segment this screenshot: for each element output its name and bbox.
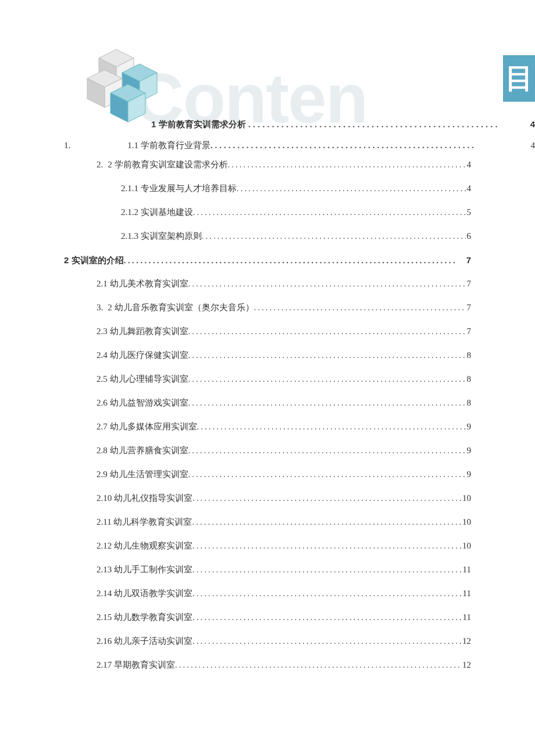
toc-page: 10 [461,490,471,506]
toc-leader: ........................................… [211,138,527,153]
toc-title: 2 幼儿音乐教育实训室（奥尔夫音乐） [108,300,254,316]
toc-entry: 2. 2 学前教育实训室建设需求分析 .....................… [97,157,471,173]
toc-entry: 2.9 幼儿生活管理实训室 ..........................… [97,467,471,482]
toc-leader: ........................................… [254,300,466,316]
toc-page: 8 [466,371,472,387]
toc-entry: 2.17 早期教育实训室 ...........................… [97,657,471,673]
toc-leader: ........................................… [188,347,466,363]
toc-title: 2.5 幼儿心理辅导实训室 [97,371,188,387]
toc-title: 2.8 幼儿营养膳食实训室 [97,443,188,458]
toc-leader: ........................................… [192,490,461,506]
toc-title: 2 实训室的介绍 [64,252,124,268]
toc-leader: ........................................… [248,116,527,132]
toc-leader: ........................................… [202,228,466,244]
toc-page: 4 [466,157,472,173]
toc-title: 2.16 幼儿亲子活动实训室 [97,633,192,649]
side-badge: 目 [503,55,535,102]
toc-entry: 2.1.3 实训室架构原则 ..........................… [121,228,471,244]
toc-page: 8 [466,347,472,363]
toc-leader: ........................................… [228,157,466,173]
toc-header-block: 1 学前教育实训需求分析 ...........................… [64,116,535,159]
toc-title: 1.1 学前教育行业背景 [127,138,211,153]
toc-page: 11 [462,586,471,601]
toc-entry: 1 学前教育实训需求分析 ...........................… [151,116,535,132]
toc-title: 2.9 幼儿生活管理实训室 [97,467,188,482]
toc-title: 2.6 幼儿益智游戏实训室 [97,395,188,411]
toc-prefix: 3. [97,300,103,316]
toc-prefix: 1. [64,138,70,153]
toc-title: 2.12 幼儿生物观察实训室 [97,538,192,554]
toc-page: 9 [466,419,472,435]
toc-page: 6 [466,228,472,244]
toc-page: 12 [461,633,471,649]
toc-entry: 2.6 幼儿益智游戏实训室 ..........................… [97,395,471,411]
toc-entry: 2.1 幼儿美术教育实训室 ..........................… [97,276,471,292]
toc-page: 4 [530,138,536,153]
toc-page: 7 [466,300,472,316]
toc-leader: ........................................… [175,657,461,673]
toc-entry: 2.12 幼儿生物观察实训室 .........................… [97,538,471,554]
toc-entry: 2.10 幼儿礼仪指导实训室 .........................… [97,490,471,506]
toc-page: 5 [466,205,472,220]
toc-entry: 1. 1.1 学前教育行业背景 ........................… [64,138,535,153]
toc-leader: ........................................… [192,562,462,578]
toc-title: 2.17 早期教育实训室 [97,657,175,673]
toc-entry: 2.16 幼儿亲子活动实训室 .........................… [97,633,471,649]
toc-entry: 2.13 幼儿手工制作实训室 .........................… [97,562,471,578]
toc-title: 2.15 幼儿数学教育实训室 [97,610,192,625]
toc-page: 11 [462,562,471,578]
toc-title: 2.1 幼儿美术教育实训室 [97,276,188,292]
toc-leader: ........................................… [192,514,461,530]
toc-entry: 2.3 幼儿舞蹈教育实训室 ..........................… [97,324,471,339]
toc-page: 4 [529,116,535,132]
toc-page: 7 [466,276,472,292]
toc-entry: 2.1.1 专业发展与人才培养目标 ......................… [121,181,471,196]
toc-leader: ........................................… [188,276,466,292]
toc-leader: ........................................… [188,371,466,387]
toc-entry: 3. 2 幼儿音乐教育实训室（奥尔夫音乐） ..................… [97,300,471,316]
toc-prefix: 2. [97,157,103,173]
toc-title: 2.3 幼儿舞蹈教育实训室 [97,324,188,339]
toc-entry: 2 实训室的介绍 ...............................… [64,252,471,268]
toc-page: 4 [466,181,472,196]
toc-entry: 2.5 幼儿心理辅导实训室 ..........................… [97,371,471,387]
toc-leader: ........................................… [188,443,466,458]
toc-leader: ........................................… [197,419,466,435]
toc-entry: 2.14 幼儿双语教学实训室 .........................… [97,586,471,601]
toc-page: 12 [461,657,471,673]
toc-title: 2.13 幼儿手工制作实训室 [97,562,192,578]
toc-page: 11 [462,610,471,625]
toc-title: 2.1.3 实训室架构原则 [121,228,202,244]
toc-title: 1 学前教育实训需求分析 [151,116,246,132]
header-banner: Conten [58,41,535,128]
toc-leader: ........................................… [193,205,466,220]
toc-leader: ........................................… [237,181,466,196]
toc-entry: 2.7 幼儿多媒体应用实训室 .........................… [97,419,471,435]
toc-leader: ........................................… [188,467,466,482]
toc-title: 2.11 幼儿科学教育实训室 [97,514,192,530]
toc-page: 9 [466,467,472,482]
toc-leader: ........................................… [188,395,466,411]
toc-entry: 2.4 幼儿医疗保健实训室 ..........................… [97,347,471,363]
toc-title: 2.1.2 实训基地建设 [121,205,193,220]
toc-entry: 2.15 幼儿数学教育实训室 .........................… [97,610,471,625]
toc-page: 10 [461,514,471,530]
toc-title: 2.10 幼儿礼仪指导实训室 [97,490,192,506]
toc-title: 2.7 幼儿多媒体应用实训室 [97,419,197,435]
toc-leader: ........................................… [124,252,465,268]
toc-leader: ........................................… [192,538,461,554]
cubes-icon [58,41,186,122]
toc-leader: ........................................… [192,610,462,625]
toc-title: 2.4 幼儿医疗保健实训室 [97,347,188,363]
toc-page: 9 [466,443,472,458]
toc-title: 2.1.1 专业发展与人才培养目标 [121,181,237,196]
toc-title: 2.14 幼儿双语教学实训室 [97,586,192,601]
toc-leader: ........................................… [192,586,462,601]
toc-leader: ........................................… [188,324,466,339]
toc-entry: 2.11 幼儿科学教育实训室 .........................… [97,514,471,530]
toc-entry: 2.1.2 实训基地建设 ...........................… [121,205,471,220]
toc-title: 2 学前教育实训室建设需求分析 [108,157,227,173]
table-of-contents: 2. 2 学前教育实训室建设需求分析 .....................… [64,157,471,681]
toc-leader: ........................................… [192,633,461,649]
toc-page: 7 [466,324,472,339]
